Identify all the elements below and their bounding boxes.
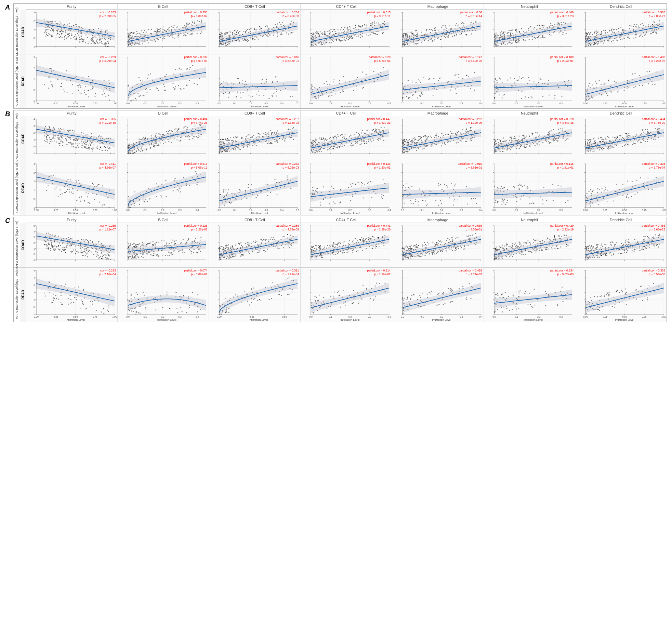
cancer-label-0-0: COAD xyxy=(20,10,26,54)
col-header-1: B Cell xyxy=(117,217,209,223)
col-header-4: Macrophage xyxy=(392,110,484,116)
plot-cell-1-0-2: partial.cor = 0.237p = 1.35e-06 xyxy=(209,116,300,161)
plot-cell-1-1-0: cor = -0.411p = 4.66e-07 xyxy=(26,161,117,215)
plot-cell-2-1-1: partial.cor = 0.074p = 3.89e-01 xyxy=(117,268,209,322)
plot-cell-0-1-5: partial.cor = 0.109p = 2.04e-01 xyxy=(484,54,575,108)
plot-cell-2-1-4: partial.cor = 0.419p = 2.74e-07 xyxy=(392,268,484,322)
col-header-4: Macrophage xyxy=(392,4,484,10)
col-header-6: Dendritic Cell xyxy=(575,4,667,10)
plot-cell-0-1-6: partial.cor = 0.408p = 6.25e-07 xyxy=(575,54,667,108)
section-label-B: B xyxy=(5,110,12,118)
col-header-2: CD8+ T Cell xyxy=(209,110,300,116)
y-axis-label-1-0: FCRL2 Expression Level (log2 TPM) xyxy=(14,116,20,161)
plot-cell-0-0-6: partial.cor = 0.505p = 2.05e-27 xyxy=(575,10,667,54)
cancer-label-0-1: READ xyxy=(20,54,26,108)
plot-cell-1-1-2: partial.cor = 0.232p = 6.02e-03 xyxy=(209,161,300,215)
section-B: BPurityB CellCD8+ T CellCD4+ T CellMacro… xyxy=(5,110,667,215)
col-header-0: Purity xyxy=(26,217,117,223)
plot-cell-0-0-0: cor = -0.205p = 2.99e-05 xyxy=(26,10,117,54)
main-container: APurityB CellCD8+ T CellCD4+ T CellMacro… xyxy=(0,0,672,327)
plot-cell-2-1-3: partial.cor = 0.214p = 1.16e-02 xyxy=(300,268,392,322)
plot-cell-0-0-2: partial.cor = 0.264p = 6.42e-08 xyxy=(209,10,300,54)
plot-cell-2-1-2: partial.cor = 0.311p = 1.92e-04 xyxy=(209,268,300,322)
col-header-3: CD4+ T Cell xyxy=(300,217,392,223)
plot-cell-2-1-5: partial.cor = 0.234p = 5.82e-03 xyxy=(484,268,575,322)
col-header-5: Neutrophil xyxy=(484,4,575,10)
plot-cell-2-0-0: cor = -0.255p = 1.82e-07 xyxy=(26,223,117,267)
plot-cell-1-1-3: partial.cor = 0.123p = 1.50e-01 xyxy=(300,161,392,215)
plot-cell-0-1-3: partial.cor = 0.29p = 5.34e-04 xyxy=(300,54,392,108)
col-header-4: Macrophage xyxy=(392,217,484,223)
plot-cell-0-1-0: cor = -0.289p = 5.29e-04 xyxy=(26,54,117,108)
plot-cell-0-1-4: partial.cor = 0.147p = 8.49e-02 xyxy=(392,54,484,108)
section-label-C: C xyxy=(5,217,12,225)
plot-cell-2-0-6: partial.cor = 0.465p = 5.68e-23 xyxy=(575,223,667,267)
plot-cell-2-0-3: partial.cor = 0.441p = 1.38e-20 xyxy=(300,223,392,267)
col-header-5: Neutrophil xyxy=(484,217,575,223)
cancer-label-2-0: COAD xyxy=(20,223,26,267)
col-header-0: Purity xyxy=(26,110,117,116)
plot-cell-1-0-5: partial.cor = 0.378p = 4.34e-15 xyxy=(484,116,575,161)
plot-cell-2-0-4: partial.cor = 0.535p = 3.03e-31 xyxy=(392,223,484,267)
plot-cell-2-0-2: partial.cor = 0.286p = 4.59e-09 xyxy=(209,223,300,267)
plot-cell-2-1-6: partial.cor = 0.335p = 5.54e-05 xyxy=(575,268,667,322)
cancer-label-1-1: READ xyxy=(20,161,26,215)
col-header-5: Neutrophil xyxy=(484,110,575,116)
section-label-A: A xyxy=(5,3,12,11)
plot-cell-0-0-5: partial.cor = 0.468p = 3.31e-23 xyxy=(484,10,575,54)
y-axis-label-1-1: FCRL2 Expression Level (log2 TPM) xyxy=(14,161,20,215)
col-header-1: B Cell xyxy=(117,4,209,10)
plot-cell-1-1-6: partial.cor = 0.304p = 2.73e-04 xyxy=(575,161,667,215)
section-A: APurityB CellCD8+ T CellCD4+ T CellMacro… xyxy=(5,3,667,109)
plot-cell-0-1-2: partial.cor = 0.016p = 8.53e-01 xyxy=(209,54,300,108)
plot-cell-1-0-1: partial.cor = 0.484p = 3.74e-25 xyxy=(117,116,209,161)
plot-cell-0-0-1: partial.cor = 0.256p = 1.86e-07 xyxy=(117,10,209,54)
col-header-2: CD8+ T Cell xyxy=(209,4,300,10)
col-header-0: Purity xyxy=(26,4,117,10)
y-axis-label-2-1: MAP2 Expression Level (log2 TPM) xyxy=(14,268,20,322)
plot-cell-1-0-4: partial.cor = 0.297p = 1.12e-09 xyxy=(392,116,484,161)
cancer-label-2-1: READ xyxy=(20,268,26,322)
plot-cell-1-1-4: partial.cor = -0.015p = 8.61e-01 xyxy=(392,161,484,215)
plot-cell-1-1-5: partial.cor = 0.115p = 1.81e-01 xyxy=(484,161,575,215)
plot-cell-0-1-1: partial.cor = 0.237p = 5.01e-03 xyxy=(117,54,209,108)
col-header-3: CD4+ T Cell xyxy=(300,4,392,10)
plot-cell-2-1-0: cor = -0.283p = 7.16e-04 xyxy=(26,268,117,322)
y-axis-label-0-1: CD1B Expression Level (log2 TPM) xyxy=(14,54,20,108)
plot-cell-0-0-3: partial.cor = 0.315p = 9.91e-11 xyxy=(300,10,392,54)
plot-cell-1-0-0: cor = -0.395p = 1.21e-16 xyxy=(26,116,117,161)
col-header-6: Dendritic Cell xyxy=(575,110,667,116)
col-header-3: CD4+ T Cell xyxy=(300,110,392,116)
plot-cell-2-0-5: partial.cor = 0.429p = 2.22e-19 xyxy=(484,223,575,267)
col-header-2: CD8+ T Cell xyxy=(209,217,300,223)
y-axis-label-0-0: CD1B Expression Level (log2 TPM) xyxy=(14,10,20,54)
plot-cell-0-0-4: partial.cor = 0.36p = 8.18e-14 xyxy=(392,10,484,54)
y-axis-label-2-0: MAP2 Expression Level (log2 TPM) xyxy=(14,223,20,267)
plot-cell-1-1-1: partial.cor = 0.516p = 8.06e-11 xyxy=(117,161,209,215)
section-C: CPurityB CellCD8+ T CellCD4+ T CellMacro… xyxy=(5,217,667,322)
col-header-6: Dendritic Cell xyxy=(575,217,667,223)
plot-cell-1-0-3: partial.cor = 0.447p = 3.63e-21 xyxy=(300,116,392,161)
col-header-1: B Cell xyxy=(117,110,209,116)
cancer-label-1-0: COAD xyxy=(20,116,26,161)
plot-cell-2-0-1: partial.cor = 0.125p = 1.20e-02 xyxy=(117,223,209,267)
plot-cell-1-0-6: partial.cor = 0.434p = 6.73e-20 xyxy=(575,116,667,161)
